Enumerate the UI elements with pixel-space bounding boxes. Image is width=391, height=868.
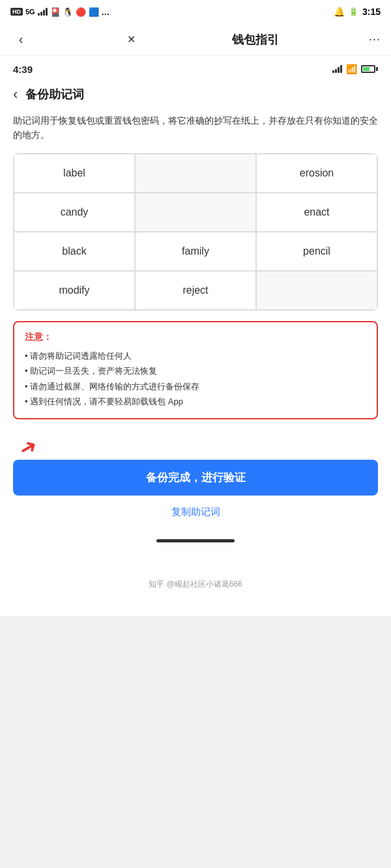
battery-outer: 🔋 <box>349 7 358 16</box>
battery-icon <box>361 65 378 73</box>
outer-page-title: 钱包指引 <box>232 32 279 48</box>
hd-badge: HD <box>10 8 23 16</box>
outer-more-button[interactable]: ··· <box>369 33 381 46</box>
outer-status-left: HD 5G 🎴 🐧 🔴 🟦 … <box>10 7 109 17</box>
bottom-area: 知乎 @崛起社区小诸葛666 <box>0 521 391 616</box>
home-bar <box>0 534 391 553</box>
arrow-indicator: ➜ <box>0 435 391 460</box>
mnemonic-word-11: reject <box>135 271 256 310</box>
mnemonic-word-4: candy <box>14 193 135 232</box>
inner-back-bar: ‹ 备份助记词 <box>0 79 391 107</box>
mnemonic-word-5 <box>135 193 256 232</box>
warning-box: 注意： • 请勿将助记词透露给任何人 • 助记词一旦丢失，资产将无法恢复 • 请… <box>13 321 378 420</box>
outer-back-button[interactable]: ‹ <box>10 32 31 47</box>
copy-mnemonic-button[interactable]: 复制助记词 <box>169 503 223 521</box>
outer-status-bar: HD 5G 🎴 🐧 🔴 🟦 … 🔔 🔋 3:15 <box>0 0 391 23</box>
mnemonic-word-grid: label erosion candy enact black family p… <box>13 153 378 311</box>
mnemonic-word-8: family <box>135 232 256 271</box>
warning-item-2: • 助记词一旦丢失，资产将无法恢复 <box>25 363 366 378</box>
inner-status-bar: 4:39 📶 <box>0 56 391 79</box>
outer-nav-bar: ‹ ✕ 钱包指引 ··· <box>0 23 391 56</box>
mnemonic-word-9: pencil <box>256 232 377 271</box>
warning-item-3: • 请勿通过截屏、网络传输的方式进行备份保存 <box>25 379 366 394</box>
mnemonic-word-3: erosion <box>256 154 377 193</box>
network-label: 5G <box>25 8 35 16</box>
warning-item-1: • 请勿将助记词透露给任何人 <box>25 348 366 363</box>
outer-status-right: 🔔 🔋 3:15 <box>334 7 381 17</box>
inner-time: 4:39 <box>13 64 33 75</box>
backup-complete-button[interactable]: 备份完成，进行验证 <box>13 460 378 496</box>
wifi-icon: 📶 <box>346 64 357 74</box>
outer-time: 3:15 <box>362 7 381 17</box>
mnemonic-word-6: enact <box>256 193 377 232</box>
mnemonic-word-2 <box>135 154 256 193</box>
outer-close-button[interactable]: ✕ <box>121 33 142 46</box>
warning-item-4: • 遇到任何情况，请不要轻易卸载钱包 App <box>25 394 366 409</box>
inner-signal-icon <box>332 65 342 73</box>
mnemonic-word-7: black <box>14 232 135 271</box>
inner-phone-screen: 4:39 📶 ‹ 备份助记词 助记词用于恢复钱包或重置钱包密码，将它准确的抄写在… <box>0 56 391 616</box>
inner-status-icons: 📶 <box>332 64 378 74</box>
app-icons: 🎴 🐧 🔴 🟦 … <box>50 7 109 17</box>
bell-icon: 🔔 <box>334 7 345 17</box>
red-arrow-icon: ➜ <box>14 432 42 462</box>
mnemonic-word-10: modify <box>14 271 135 310</box>
button-area: 备份完成，进行验证 复制助记词 <box>0 460 391 521</box>
inner-page-title: 备份助记词 <box>25 87 84 102</box>
inner-back-button[interactable]: ‹ <box>13 86 18 103</box>
mnemonic-word-12 <box>256 271 377 310</box>
watermark: 知乎 @崛起社区小诸葛666 <box>0 579 391 590</box>
warning-title: 注意： <box>25 331 366 343</box>
mnemonic-word-1: label <box>14 154 135 193</box>
home-indicator <box>156 539 235 542</box>
signal-icon <box>38 8 48 16</box>
page-description: 助记词用于恢复钱包或重置钱包密码，将它准确的抄写在纸上，并存放在只有你知道的安全… <box>0 107 391 153</box>
